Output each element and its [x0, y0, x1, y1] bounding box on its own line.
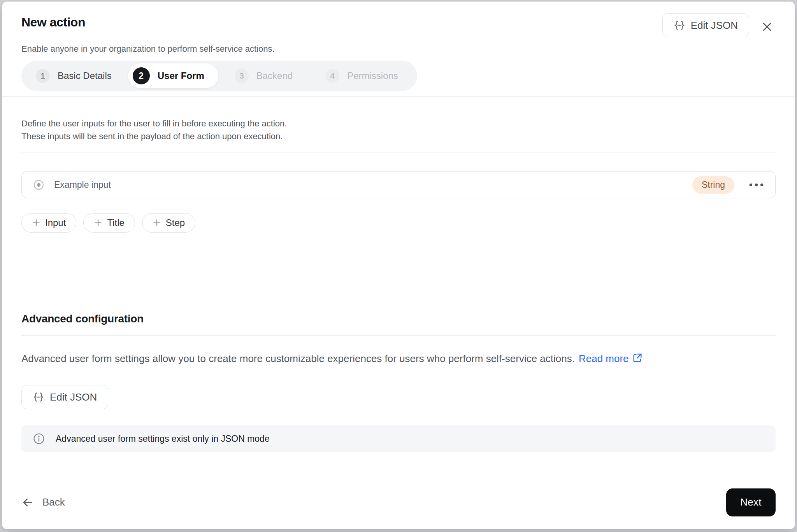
step-label: Backend [256, 70, 293, 81]
step-permissions[interactable]: 4 Permissions [309, 63, 414, 88]
divider [21, 335, 776, 336]
add-title-label: Title [107, 217, 124, 228]
add-step-label: Step [166, 217, 185, 228]
edit-json-button-advanced[interactable]: Edit JSON [21, 385, 108, 409]
divider [21, 152, 776, 152]
external-link-icon[interactable] [632, 352, 643, 367]
step-backend[interactable]: 3 Backend [218, 63, 309, 88]
page-title: New action [21, 13, 85, 31]
new-action-dialog: New action Edit JSON [2, 2, 795, 529]
input-label: Example input [54, 180, 682, 190]
read-more-link[interactable]: Read more [579, 353, 629, 364]
step-user-form[interactable]: 2 User Form [128, 63, 218, 88]
edit-json-button-label: Edit JSON [691, 19, 738, 32]
info-banner: Advanced user form settings exist only i… [21, 425, 776, 452]
form-input-row[interactable]: Example input String [21, 171, 776, 198]
step-number: 2 [133, 67, 150, 84]
step-label: Permissions [347, 70, 398, 81]
step-number: 1 [36, 69, 50, 83]
wizard-stepper: 1 Basic Details 2 User Form 3 Backend 4 … [21, 61, 417, 91]
back-button[interactable]: Back [21, 496, 65, 509]
ellipsis-icon [749, 183, 764, 187]
step-number: 3 [235, 69, 249, 83]
next-button[interactable]: Next [726, 488, 776, 516]
form-description-line1: Define the user inputs for the user to f… [21, 117, 776, 130]
dialog-header: New action Edit JSON [2, 2, 795, 97]
info-banner-text: Advanced user form settings exist only i… [56, 434, 270, 444]
x-icon [761, 21, 773, 33]
add-input-label: Input [45, 217, 66, 228]
advanced-description: Advanced user form settings allow you to… [21, 351, 776, 367]
braces-ellipsis-icon [33, 391, 44, 403]
step-label: User Form [158, 70, 204, 81]
advanced-configuration-title: Advanced configuration [21, 313, 776, 325]
add-input-button[interactable]: Input [21, 213, 76, 233]
form-description: Define the user inputs for the user to f… [21, 117, 776, 143]
back-button-label: Back [42, 496, 65, 508]
plus-icon [94, 219, 102, 227]
input-row-menu-button[interactable] [748, 181, 765, 189]
braces-ellipsis-icon [674, 19, 685, 31]
edit-json-button-label: Edit JSON [50, 391, 97, 403]
arrow-left-icon [21, 496, 34, 509]
dialog-footer: Back Next [2, 475, 795, 529]
radio-icon [33, 180, 44, 190]
add-buttons-row: Input Title Step [21, 213, 776, 233]
plus-icon [153, 219, 161, 227]
plus-icon [32, 219, 40, 227]
dialog-body: Define the user inputs for the user to f… [2, 97, 795, 475]
edit-json-button-top[interactable]: Edit JSON [662, 13, 749, 37]
dialog-subtitle: Enable anyone in your organization to pe… [21, 43, 776, 55]
add-step-button[interactable]: Step [142, 213, 195, 233]
form-description-line2: These inputs will be sent in the payload… [21, 130, 776, 143]
step-number: 4 [325, 69, 339, 83]
step-label: Basic Details [58, 70, 112, 81]
advanced-description-text: Advanced user form settings allow you to… [21, 353, 575, 364]
info-circle-icon [33, 433, 45, 444]
step-basic-details[interactable]: 1 Basic Details [24, 63, 128, 88]
add-title-button[interactable]: Title [83, 213, 135, 233]
input-type-badge: String [692, 176, 734, 194]
close-button[interactable] [758, 18, 776, 35]
